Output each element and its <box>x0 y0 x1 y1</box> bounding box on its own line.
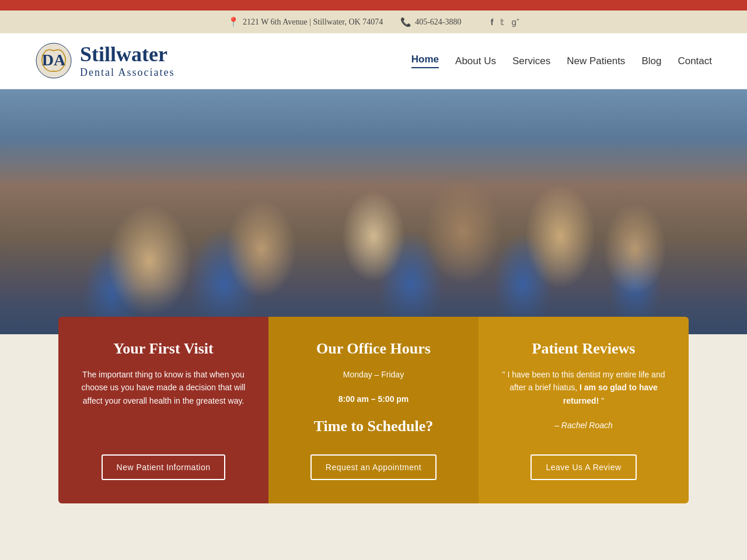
nav-new-patients[interactable]: New Patients <box>567 55 625 67</box>
new-patient-info-button[interactable]: New Patient Information <box>102 454 226 480</box>
nav-home[interactable]: Home <box>411 54 439 68</box>
phone-icon: 📞 <box>400 17 411 27</box>
quote-attribution: – Rachel Roach <box>554 419 613 432</box>
logo-area: DA Stillwater Dental Associates <box>35 42 174 80</box>
schedule-title: Time to Schedule? <box>314 418 434 435</box>
hours-days: Monday – Friday <box>343 368 404 381</box>
logo-subtitle: Dental Associates <box>80 66 174 79</box>
first-visit-body: The important thing to know is that when… <box>79 368 248 407</box>
site-header: DA Stillwater Dental Associates Home Abo… <box>0 33 747 89</box>
pin-icon: 📍 <box>228 16 239 27</box>
google-icon[interactable]: g+ <box>511 17 519 27</box>
logo-title: Stillwater <box>80 43 174 66</box>
cards-section: Your First Visit The important thing to … <box>0 317 747 503</box>
facebook-icon[interactable]: f <box>490 17 493 27</box>
nav-about[interactable]: About Us <box>455 55 496 67</box>
top-accent-bar <box>0 0 747 10</box>
request-appointment-button[interactable]: Request an Appointment <box>310 454 437 480</box>
main-nav: Home About Us Services New Patients Blog… <box>411 54 712 68</box>
office-hours-title: Our Office Hours <box>316 340 431 358</box>
nav-contact[interactable]: Contact <box>678 55 712 67</box>
phone-text: 405-624-3880 <box>415 18 461 27</box>
office-hours-card: Our Office Hours Monday – Friday 8:00 am… <box>268 317 479 503</box>
hours-time: 8:00 am – 5:00 pm <box>338 393 409 405</box>
nav-blog[interactable]: Blog <box>641 55 661 67</box>
first-visit-card: Your First Visit The important thing to … <box>58 317 268 503</box>
svg-text:DA: DA <box>42 51 66 69</box>
patient-reviews-title: Patient Reviews <box>532 340 636 358</box>
footer-space <box>0 503 747 538</box>
patient-reviews-card: Patient Reviews " I have been to this de… <box>479 317 689 503</box>
phone-block: 📞 405-624-3880 <box>400 17 461 27</box>
leave-review-button[interactable]: Leave Us A Review <box>530 454 636 480</box>
twitter-icon[interactable]: 𝕥 <box>500 17 504 27</box>
social-icons: f 𝕥 g+ <box>490 17 519 27</box>
address-text: 2121 W 6th Avenue | Stillwater, OK 74074 <box>243 18 383 27</box>
logo-text: Stillwater Dental Associates <box>80 43 174 79</box>
hero-section <box>0 89 747 334</box>
address-block: 📍 2121 W 6th Avenue | Stillwater, OK 740… <box>228 16 383 27</box>
hero-background <box>0 89 747 334</box>
nav-services[interactable]: Services <box>512 55 550 67</box>
quote-post: " <box>599 396 604 405</box>
patient-quote: " I have been to this dentist my entire … <box>499 368 668 407</box>
logo-svg: DA <box>35 42 73 80</box>
info-bar: 📍 2121 W 6th Avenue | Stillwater, OK 740… <box>0 10 747 33</box>
first-visit-title: Your First Visit <box>113 340 213 358</box>
